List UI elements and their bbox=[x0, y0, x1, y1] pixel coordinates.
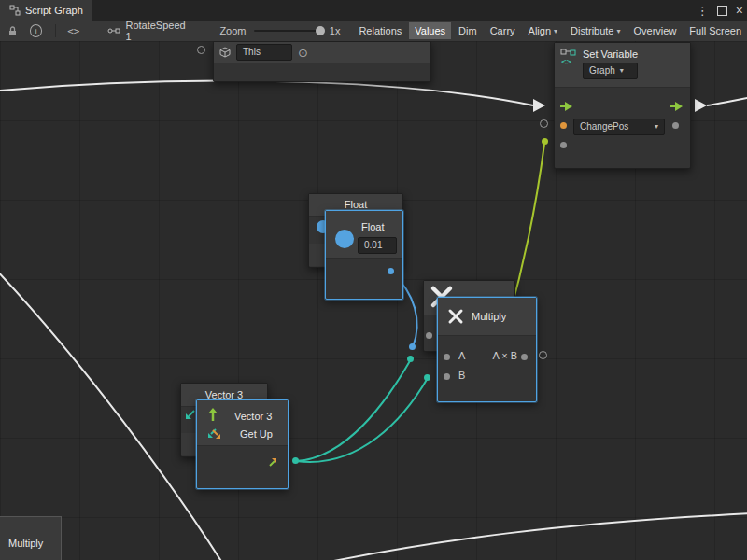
port-ring[interactable] bbox=[539, 351, 547, 359]
operation-label: Get Up bbox=[240, 428, 273, 440]
node-title: Multiply bbox=[472, 311, 506, 322]
carry-button[interactable]: Carry bbox=[485, 22, 521, 39]
output-label: A × B bbox=[492, 350, 517, 361]
vector-arrows-icon bbox=[206, 428, 221, 441]
window-menu-icon[interactable]: ⋮ bbox=[697, 4, 709, 18]
multiply-node[interactable]: Multiply A A × B B bbox=[437, 297, 537, 402]
node-title: Vector 3 bbox=[234, 411, 272, 422]
float-node[interactable]: Float 0.01 bbox=[325, 210, 403, 300]
get-up-node[interactable]: Vector 3 Get Up bbox=[196, 399, 289, 489]
input-b-label: B bbox=[458, 370, 465, 381]
fullscreen-button[interactable]: Full Screen bbox=[684, 22, 747, 39]
cube-icon bbox=[219, 47, 231, 58]
chevron-down-icon: ▾ bbox=[655, 120, 658, 133]
object-picker-icon[interactable]: ⊙ bbox=[298, 46, 308, 60]
vector3-type-icon bbox=[184, 408, 197, 421]
input-b-port[interactable] bbox=[444, 373, 450, 380]
graph-name[interactable]: RotateSpeed 1 bbox=[125, 21, 190, 42]
multiply-node-corner[interactable]: Multiply bbox=[0, 516, 62, 560]
up-arrow-icon bbox=[206, 407, 219, 422]
tab-title: Script Graph bbox=[25, 5, 83, 16]
info-icon[interactable]: i bbox=[30, 24, 42, 37]
wire-endpoint-teal bbox=[407, 356, 414, 362]
toolbar-separator bbox=[55, 24, 56, 37]
node-title: Set Variable bbox=[583, 49, 638, 60]
node-title: Float bbox=[345, 199, 367, 210]
this-object-chip[interactable]: This bbox=[236, 44, 292, 61]
maximize-icon[interactable] bbox=[717, 6, 727, 16]
graph-asset-icon bbox=[107, 25, 120, 36]
tab-script-graph[interactable]: Script Graph bbox=[0, 0, 92, 21]
vector3-output-icon bbox=[266, 456, 278, 468]
output-port[interactable] bbox=[521, 354, 528, 360]
dim-button[interactable]: Dim bbox=[453, 22, 483, 39]
input-a-label: A bbox=[458, 350, 465, 361]
value-input-port[interactable] bbox=[560, 142, 567, 148]
port-ring[interactable] bbox=[540, 119, 548, 128]
float-type-icon bbox=[335, 230, 354, 248]
float-value-input[interactable]: 0.01 bbox=[358, 237, 397, 254]
variable-name-dropdown[interactable]: ChangePos▾ bbox=[573, 119, 665, 135]
set-variable-node[interactable]: <> Set Variable Graph▾ ChangePos▾ bbox=[554, 42, 691, 169]
flow-arrow-in bbox=[533, 99, 545, 112]
close-icon[interactable]: × bbox=[736, 3, 743, 18]
output-value-port[interactable] bbox=[672, 122, 679, 129]
chevron-down-icon: ▾ bbox=[554, 27, 557, 35]
unity-visual-scripting-window: Script Graph ⋮ × i <> RotateSpeed 1 Zoom… bbox=[0, 0, 747, 560]
script-graph-icon bbox=[9, 5, 21, 16]
multiply-icon bbox=[447, 308, 464, 325]
code-view-icon[interactable]: <> bbox=[67, 25, 79, 37]
svg-text:<>: <> bbox=[561, 57, 571, 65]
flow-output-port[interactable] bbox=[670, 101, 684, 112]
graph-toolbar: i <> RotateSpeed 1 Zoom 1x Relations Val… bbox=[0, 21, 747, 42]
tab-bar: Script Graph ⋮ × bbox=[0, 0, 747, 21]
wire-endpoint-blue bbox=[409, 343, 416, 350]
node-title: Float bbox=[361, 221, 384, 232]
wire-endpoint-teal bbox=[424, 374, 430, 381]
wire-endpoint-green bbox=[542, 138, 548, 145]
variable-scope-dropdown[interactable]: Graph▾ bbox=[583, 63, 638, 79]
zoom-slider-handle[interactable] bbox=[316, 26, 325, 35]
zoom-slider[interactable] bbox=[254, 30, 322, 32]
zoom-value: 1x bbox=[330, 25, 341, 36]
variable-name-port[interactable] bbox=[560, 122, 567, 129]
node-title: Multiply bbox=[8, 538, 43, 549]
distribute-dropdown-button[interactable]: Distribute▾ bbox=[565, 22, 626, 39]
float-output-port[interactable] bbox=[388, 268, 394, 274]
graph-canvas[interactable]: This ⊙ <> Set Variable Graph▾ bbox=[0, 41, 747, 560]
align-dropdown-button[interactable]: Align▾ bbox=[523, 22, 563, 39]
variable-icon: <> bbox=[560, 49, 577, 87]
lock-icon[interactable] bbox=[7, 25, 18, 36]
this-node-body bbox=[214, 63, 430, 80]
flow-input-port[interactable] bbox=[560, 101, 573, 112]
get-up-output-port[interactable] bbox=[292, 457, 299, 464]
chevron-down-icon: ▾ bbox=[617, 27, 621, 35]
chevron-down-icon: ▾ bbox=[620, 64, 624, 77]
values-button[interactable]: Values bbox=[409, 22, 451, 39]
port-ring[interactable] bbox=[197, 46, 205, 54]
input-a-port[interactable] bbox=[444, 354, 450, 360]
this-node[interactable]: This ⊙ bbox=[213, 41, 431, 82]
overview-button[interactable]: Overview bbox=[628, 22, 683, 39]
flow-arrow-out bbox=[695, 99, 707, 112]
input-port[interactable] bbox=[426, 332, 432, 339]
relations-button[interactable]: Relations bbox=[353, 22, 407, 39]
zoom-label: Zoom bbox=[219, 25, 246, 36]
